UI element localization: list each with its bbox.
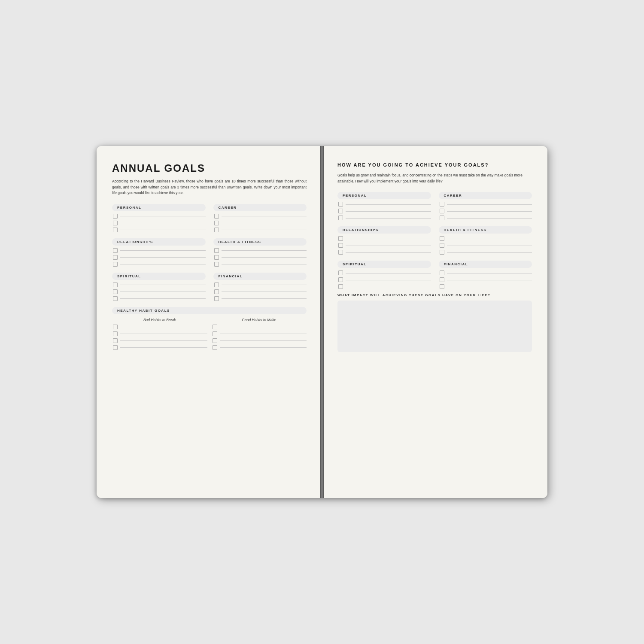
table-row xyxy=(440,243,532,248)
line xyxy=(346,211,431,212)
table-row xyxy=(113,214,206,219)
table-row xyxy=(113,255,206,260)
checkbox[interactable] xyxy=(338,236,343,241)
table-row xyxy=(214,283,307,287)
table-row xyxy=(338,270,431,275)
line xyxy=(447,280,532,280)
checkbox[interactable] xyxy=(214,283,219,287)
table-row xyxy=(214,214,307,219)
checkbox[interactable] xyxy=(214,214,219,219)
checkbox[interactable] xyxy=(440,236,444,241)
checkbox[interactable] xyxy=(214,228,219,232)
category-personal-right: PERSONAL xyxy=(337,192,431,220)
career-right-checkboxes xyxy=(440,202,532,220)
checkbox[interactable] xyxy=(338,202,343,207)
checkbox[interactable] xyxy=(113,221,118,225)
checkbox[interactable] xyxy=(113,325,118,329)
table-row xyxy=(440,202,532,207)
relationships-right-label: RELATIONSHIPS xyxy=(337,226,431,234)
checkbox[interactable] xyxy=(113,289,118,294)
checkbox[interactable] xyxy=(113,248,118,253)
checkbox[interactable] xyxy=(213,345,217,350)
line xyxy=(220,347,307,348)
line xyxy=(222,216,307,216)
line xyxy=(120,298,206,299)
checkbox[interactable] xyxy=(338,243,343,248)
checkbox[interactable] xyxy=(338,250,343,255)
checkbox[interactable] xyxy=(214,221,219,225)
checkbox[interactable] xyxy=(440,202,444,207)
relationships-checkboxes xyxy=(113,248,206,267)
table-row xyxy=(214,296,307,301)
checkbox[interactable] xyxy=(213,325,217,329)
checkbox[interactable] xyxy=(214,296,219,301)
checkbox[interactable] xyxy=(113,262,118,267)
impact-box[interactable] xyxy=(337,301,532,352)
checkbox[interactable] xyxy=(440,216,444,220)
table-row xyxy=(213,331,307,336)
checkbox[interactable] xyxy=(213,331,217,336)
checkbox[interactable] xyxy=(113,228,118,232)
line xyxy=(220,340,307,341)
personal-right-label: PERSONAL xyxy=(337,192,431,199)
checkbox[interactable] xyxy=(440,284,444,289)
checkbox[interactable] xyxy=(338,277,343,282)
checkbox[interactable] xyxy=(113,255,118,260)
spiritual-right-checkboxes xyxy=(338,270,431,289)
checkbox[interactable] xyxy=(214,255,219,260)
category-career: CAREER xyxy=(213,204,307,232)
financial-checkboxes xyxy=(214,283,307,301)
checkbox[interactable] xyxy=(113,331,118,336)
checkbox[interactable] xyxy=(113,296,118,301)
table-row xyxy=(113,345,207,350)
line xyxy=(346,273,431,273)
checkbox[interactable] xyxy=(113,283,118,287)
checkbox[interactable] xyxy=(440,243,444,248)
bad-habits-col: Bad Habits to Break xyxy=(112,318,207,350)
table-row xyxy=(214,221,307,225)
checkbox[interactable] xyxy=(338,209,343,213)
line xyxy=(120,223,206,223)
category-health-fitness-right: HEALTH & FITNESS xyxy=(439,226,532,255)
category-relationships-right: RELATIONSHIPS xyxy=(337,226,431,255)
checkbox[interactable] xyxy=(338,216,343,220)
line xyxy=(120,257,206,258)
checkbox[interactable] xyxy=(214,262,219,267)
career-label: CAREER xyxy=(213,204,307,211)
table-row xyxy=(214,289,307,294)
line xyxy=(222,292,307,292)
good-habits-col: Good Habits to Make xyxy=(212,318,307,350)
checkbox[interactable] xyxy=(213,338,217,343)
personal-right-checkboxes xyxy=(338,202,431,220)
line xyxy=(222,257,307,258)
checkbox[interactable] xyxy=(440,209,444,213)
category-career-right: CAREER xyxy=(439,192,532,220)
checkbox[interactable] xyxy=(338,270,343,275)
table-row xyxy=(214,228,307,232)
checkbox[interactable] xyxy=(214,289,219,294)
checkbox[interactable] xyxy=(214,248,219,253)
table-row xyxy=(338,209,431,213)
line xyxy=(346,287,431,287)
line xyxy=(447,246,532,246)
impact-label: WHAT IMPACT WILL ACHIEVING THESE GOALS H… xyxy=(337,293,532,297)
checkbox[interactable] xyxy=(113,345,118,350)
line xyxy=(120,264,206,264)
table-row xyxy=(113,325,207,329)
line xyxy=(346,246,431,246)
line xyxy=(222,250,307,251)
checkbox[interactable] xyxy=(113,338,118,343)
checkbox[interactable] xyxy=(440,277,444,282)
table-row xyxy=(213,345,307,350)
checkbox[interactable] xyxy=(338,284,343,289)
checkbox[interactable] xyxy=(440,250,444,255)
table-row xyxy=(113,262,206,267)
personal-checkboxes xyxy=(113,214,206,232)
checkbox[interactable] xyxy=(440,270,444,275)
line xyxy=(120,230,206,230)
health-fitness-checkboxes xyxy=(214,248,307,267)
line xyxy=(120,285,206,285)
health-fitness-right-label: HEALTH & FITNESS xyxy=(439,226,532,234)
line xyxy=(447,211,532,212)
checkbox[interactable] xyxy=(113,214,118,219)
